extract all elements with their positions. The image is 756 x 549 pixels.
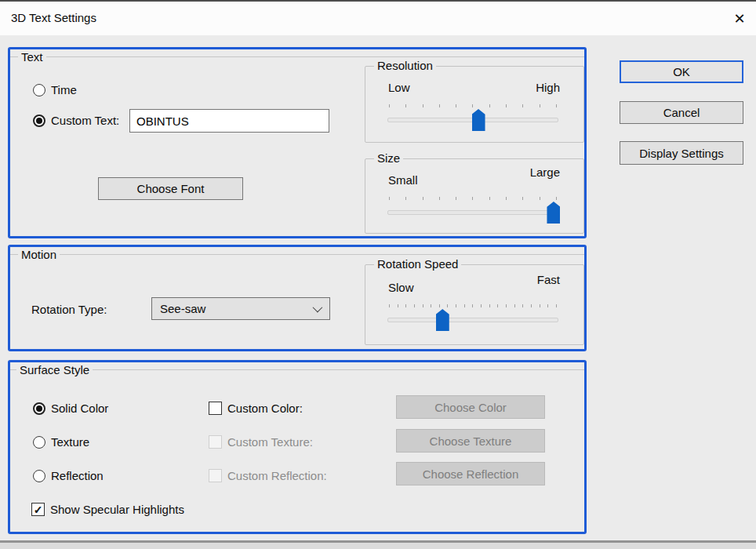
size-slider[interactable] bbox=[387, 195, 558, 227]
slider-tick bbox=[522, 104, 523, 107]
slider-tick bbox=[489, 304, 490, 307]
resolution-slider[interactable] bbox=[387, 103, 558, 134]
cancel-button[interactable]: Cancel bbox=[620, 101, 743, 124]
custom-text-input[interactable] bbox=[129, 109, 329, 133]
size-group-label: Size bbox=[374, 151, 403, 165]
rotation-type-dropdown[interactable]: See-saw bbox=[151, 297, 330, 320]
slider-tick bbox=[556, 104, 557, 107]
custom-reflection-checkbox-box bbox=[209, 469, 222, 482]
slider-tick bbox=[472, 304, 473, 307]
reflection-radio-circle[interactable] bbox=[33, 470, 45, 482]
rotation-type-label: Rotation Type: bbox=[31, 303, 107, 316]
slider-tick bbox=[456, 197, 456, 200]
rotation-speed-min-label: Slow bbox=[388, 281, 414, 294]
slider-tick bbox=[540, 304, 540, 307]
time-radio-label: Time bbox=[51, 83, 77, 96]
slider-tick bbox=[405, 104, 406, 107]
ok-button[interactable]: OK bbox=[620, 60, 743, 83]
slider-tick bbox=[540, 197, 540, 200]
motion-group-label: Motion bbox=[18, 248, 60, 261]
resolution-min-label: Low bbox=[388, 81, 410, 94]
surface-style-groupbox-border bbox=[10, 369, 584, 370]
custom-reflection-checkbox-label: Custom Reflection: bbox=[227, 469, 327, 482]
slider-tick bbox=[506, 104, 507, 107]
custom-color-checkbox-box[interactable] bbox=[209, 402, 222, 415]
texture-radio[interactable]: Texture bbox=[33, 435, 89, 449]
display-settings-button[interactable]: Display Settings bbox=[620, 141, 743, 165]
custom-texture-checkbox-box bbox=[209, 435, 222, 449]
slider-tick bbox=[547, 304, 548, 307]
slider-tick bbox=[423, 304, 423, 307]
rotation-speed-max-label: Fast bbox=[537, 273, 560, 286]
text-group-label: Text bbox=[18, 50, 46, 64]
resolution-slider-thumb[interactable] bbox=[472, 109, 485, 131]
time-radio[interactable]: Time bbox=[33, 83, 77, 96]
slider-tick bbox=[389, 197, 390, 200]
rotation-speed-slider-ticks bbox=[389, 304, 557, 308]
solid-color-radio[interactable]: Solid Color bbox=[33, 402, 108, 415]
rotation-speed-slider-track[interactable] bbox=[387, 318, 558, 322]
slider-tick bbox=[389, 304, 390, 307]
slider-tick bbox=[522, 304, 523, 307]
slider-tick bbox=[398, 304, 398, 307]
slider-tick bbox=[489, 197, 490, 200]
slider-tick bbox=[389, 104, 390, 107]
dialog-3d-text-settings: 3D Text Settings ✕ Text Time Custom Text… bbox=[0, 0, 756, 549]
resolution-slider-ticks bbox=[389, 104, 557, 108]
chevron-down-icon bbox=[313, 303, 323, 313]
surface-style-group-label: Surface Style bbox=[16, 363, 93, 376]
custom-color-checkbox[interactable]: Custom Color: bbox=[209, 402, 303, 415]
motion-groupbox-border bbox=[10, 254, 584, 255]
time-radio-circle[interactable] bbox=[33, 84, 45, 96]
size-max-label: Large bbox=[530, 165, 560, 179]
rotation-speed-slider[interactable] bbox=[387, 303, 558, 334]
slider-tick bbox=[472, 104, 473, 107]
rotation-type-value: See-saw bbox=[160, 302, 313, 315]
custom-reflection-checkbox: Custom Reflection: bbox=[209, 469, 327, 482]
title-bar: 3D Text Settings ✕ bbox=[0, 2, 756, 35]
slider-tick bbox=[414, 304, 415, 307]
reflection-radio[interactable]: Reflection bbox=[33, 469, 104, 482]
rotation-speed-group-label: Rotation Speed bbox=[374, 257, 461, 271]
slider-tick bbox=[405, 197, 406, 200]
show-specular-checkbox[interactable]: Show Specular Highlights bbox=[31, 503, 184, 516]
slider-tick bbox=[423, 197, 423, 200]
slider-tick bbox=[464, 304, 465, 307]
slider-tick bbox=[514, 304, 515, 307]
size-slider-track[interactable] bbox=[387, 210, 558, 215]
custom-texture-checkbox-label: Custom Texture: bbox=[227, 435, 313, 449]
show-specular-checkbox-label: Show Specular Highlights bbox=[50, 503, 184, 516]
slider-tick bbox=[489, 104, 490, 107]
close-icon[interactable]: ✕ bbox=[729, 9, 750, 28]
size-slider-thumb[interactable] bbox=[547, 202, 560, 224]
slider-tick bbox=[506, 197, 507, 200]
slider-tick bbox=[506, 304, 507, 307]
custom-texture-checkbox: Custom Texture: bbox=[209, 435, 313, 449]
rotation-speed-slider-thumb[interactable] bbox=[436, 309, 449, 331]
choose-reflection-button: Choose Reflection bbox=[396, 462, 545, 485]
slider-tick bbox=[439, 104, 440, 107]
size-min-label: Small bbox=[388, 173, 418, 187]
slider-tick bbox=[472, 197, 473, 200]
custom-text-radio-circle[interactable] bbox=[33, 115, 45, 127]
choose-texture-button: Choose Texture bbox=[396, 429, 545, 453]
size-minmax: Small Large bbox=[388, 173, 560, 187]
choose-font-button[interactable]: Choose Font bbox=[98, 177, 243, 200]
slider-tick bbox=[456, 104, 456, 107]
slider-tick bbox=[497, 304, 498, 307]
rotation-speed-minmax: Slow Fast bbox=[388, 281, 560, 294]
custom-text-radio-label: Custom Text: bbox=[51, 114, 119, 127]
slider-tick bbox=[405, 304, 406, 307]
custom-text-radio[interactable]: Custom Text: bbox=[33, 114, 119, 127]
solid-color-radio-circle[interactable] bbox=[33, 402, 45, 415]
resolution-minmax: Low High bbox=[388, 81, 560, 94]
slider-tick bbox=[540, 104, 540, 107]
slider-tick bbox=[556, 304, 557, 307]
resolution-group: Resolution Low High bbox=[365, 66, 584, 143]
texture-radio-circle[interactable] bbox=[33, 436, 45, 449]
slider-tick bbox=[439, 197, 440, 200]
resolution-max-label: High bbox=[536, 81, 560, 94]
show-specular-checkbox-box[interactable] bbox=[31, 503, 45, 516]
rotation-speed-group: Rotation Speed Slow Fast bbox=[365, 264, 584, 345]
slider-tick bbox=[531, 304, 532, 307]
